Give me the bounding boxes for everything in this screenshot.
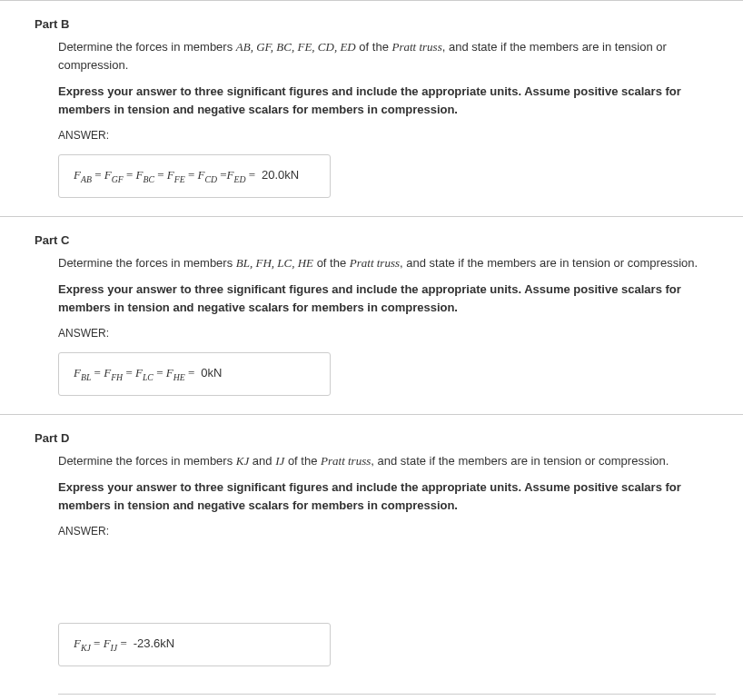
desc-text: , and state if the members are in tensio… — [371, 454, 669, 468]
part-c-description: Determine the forces in members BL, FH, … — [58, 254, 716, 272]
answer-value: -23.6 — [134, 636, 161, 650]
part-b-answer-box: FAB = FGF = FBC = FFE = FCD =FED = 20.0k… — [58, 154, 331, 198]
members-list: KJ — [236, 454, 249, 468]
desc-text: of the — [313, 256, 350, 270]
spacer — [58, 666, 716, 685]
spacer — [58, 550, 716, 623]
desc-text: of the — [356, 40, 392, 54]
part-b-content: Determine the forces in members AB, GF, … — [58, 38, 716, 198]
truss-name: Pratt truss — [321, 454, 371, 468]
part-d-title: Part D — [35, 431, 743, 445]
desc-text: Determine the forces in members — [58, 256, 236, 270]
desc-text: , and state if the members are in tensio… — [400, 256, 698, 270]
members-list: BL, FH, LC, HE — [236, 256, 313, 270]
part-b-instruction: Express your answer to three significant… — [58, 83, 716, 118]
part-c-content: Determine the forces in members BL, FH, … — [58, 254, 716, 396]
desc-text: of the — [284, 454, 321, 468]
part-d-content: Determine the forces in members KJ and I… — [58, 452, 716, 695]
divider — [58, 694, 716, 695]
part-b: Part B Determine the forces in members A… — [0, 0, 743, 216]
part-d-instruction: Express your answer to three significant… — [58, 478, 716, 514]
truss-name: Pratt truss — [391, 40, 441, 54]
part-c: Part C Determine the forces in members B… — [0, 216, 743, 414]
answer-label: ANSWER: — [58, 525, 716, 537]
answer-unit: kN — [207, 366, 222, 380]
answer-formula: FKJ = FIJ = — [74, 636, 130, 650]
answer-unit: kN — [284, 168, 299, 182]
part-c-answer-box: FBL = FFH = FLC = FHE = 0kN — [58, 352, 331, 396]
part-d-description: Determine the forces in members KJ and I… — [58, 452, 716, 470]
members-list: AB, GF, BC, FE, CD, ED — [236, 40, 356, 54]
part-c-title: Part C — [35, 233, 743, 247]
answer-label: ANSWER: — [58, 129, 716, 142]
members-list: IJ — [275, 454, 284, 468]
part-c-instruction: Express your answer to three significant… — [58, 281, 716, 316]
part-d-answer-box: FKJ = FIJ = -23.6kN — [58, 623, 331, 666]
part-b-title: Part B — [35, 17, 743, 31]
answer-formula: FAB = FGF = FBC = FFE = FCD =FED = — [74, 168, 258, 182]
answer-label: ANSWER: — [58, 327, 716, 340]
answer-value: 20.0 — [262, 168, 284, 182]
truss-name: Pratt truss — [350, 256, 400, 270]
desc-text: Determine the forces in members — [58, 40, 236, 54]
part-d: Part D Determine the forces in members K… — [0, 414, 743, 700]
part-b-description: Determine the forces in members AB, GF, … — [58, 38, 716, 74]
desc-text: and — [249, 454, 275, 468]
answer-unit: kN — [160, 636, 174, 650]
desc-text: Determine the forces in members — [58, 454, 236, 468]
answer-formula: FBL = FFH = FLC = FHE = — [74, 366, 198, 380]
